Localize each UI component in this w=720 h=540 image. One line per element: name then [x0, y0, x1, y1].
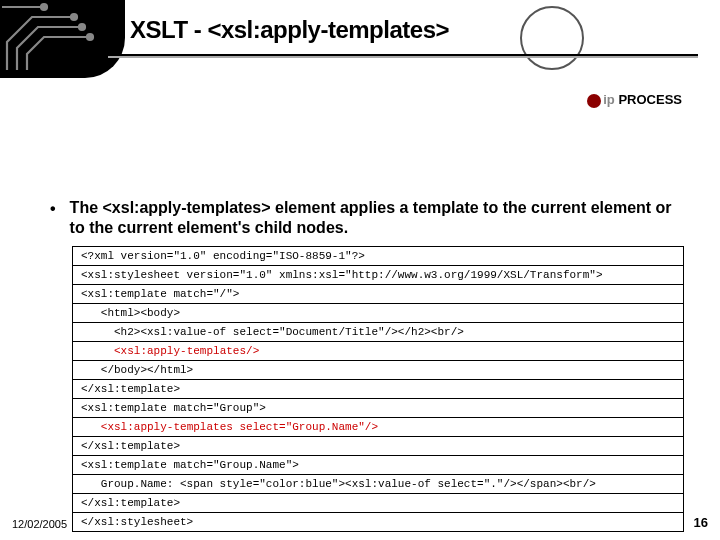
code-highlight: <xsl:apply-templates select="Group.Name"… [101, 421, 378, 433]
decorative-circle [520, 6, 584, 70]
svg-point-1 [79, 24, 85, 30]
code-line: <xsl:apply-templates select="Group.Name"… [73, 418, 683, 437]
bullet-text: The <xsl:apply-templates> element applie… [70, 198, 684, 238]
bullet-item: • The <xsl:apply-templates> element appl… [50, 198, 684, 238]
code-line: <?xml version="1.0" encoding="ISO-8859-1… [73, 247, 683, 266]
logo-suffix: PROCESS [618, 92, 682, 107]
content-area: • The <xsl:apply-templates> element appl… [0, 78, 720, 540]
title-underline [108, 54, 698, 58]
code-line: <html><body> [73, 304, 683, 323]
logo: ip PROCESS [587, 92, 682, 108]
code-indent [81, 345, 114, 357]
bullet-marker: • [50, 200, 56, 218]
code-highlight: <xsl:apply-templates/> [114, 345, 259, 357]
header-region: XSLT - <xsl:apply-templates> [0, 0, 720, 78]
code-line: <xsl:stylesheet version="1.0" xmlns:xsl=… [73, 266, 683, 285]
svg-point-3 [41, 4, 47, 10]
code-line: </body></html> [73, 361, 683, 380]
footer-date: 12/02/2005 [12, 518, 67, 530]
code-line: Group.Name: <span style="color:blue"><xs… [73, 475, 683, 494]
corner-graphic [0, 0, 125, 78]
page-number: 16 [694, 515, 708, 530]
code-line: </xsl:template> [73, 494, 683, 513]
code-indent [81, 421, 101, 433]
code-line: <xsl:template match="Group"> [73, 399, 683, 418]
code-line: </xsl:template> [73, 437, 683, 456]
svg-point-0 [71, 14, 77, 20]
code-line: <h2><xsl:value-of select="Document/Title… [73, 323, 683, 342]
logo-ball-icon [587, 94, 601, 108]
code-line: </xsl:template> [73, 380, 683, 399]
code-line: <xsl:template match="Group.Name"> [73, 456, 683, 475]
code-line: </xsl:stylesheet> [73, 513, 683, 531]
svg-point-2 [87, 34, 93, 40]
code-line: <xsl:template match="/"> [73, 285, 683, 304]
slide-title: XSLT - <xsl:apply-templates> [130, 16, 449, 44]
code-line: <xsl:apply-templates/> [73, 342, 683, 361]
logo-prefix: ip [603, 92, 615, 107]
code-box: <?xml version="1.0" encoding="ISO-8859-1… [72, 246, 684, 532]
